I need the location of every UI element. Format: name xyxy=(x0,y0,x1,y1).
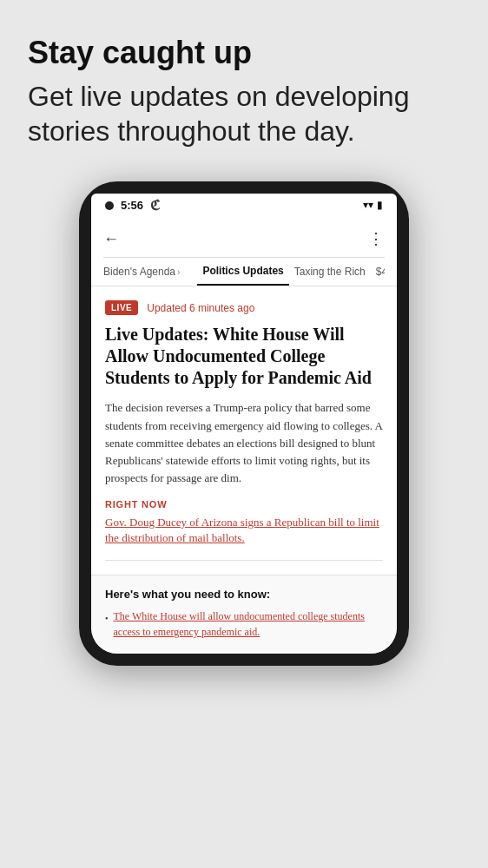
updated-text: Updated 6 minutes ago xyxy=(147,302,254,314)
phone-status-bar: 5:56 ℭ ▾▾ ▮ xyxy=(91,194,397,220)
right-now-label: RIGHT NOW xyxy=(105,499,167,510)
chevron-right-icon: › xyxy=(177,267,180,277)
tab-bidens-agenda[interactable]: Biden's Agenda › xyxy=(103,259,180,285)
article-body: The decision reverses a Trump-era policy… xyxy=(105,399,383,487)
tab-politics-updates-label: Politics Updates xyxy=(202,265,283,277)
phone-wrapper: 5:56 ℭ ▾▾ ▮ ← ⋮ Biden's Agenda › xyxy=(0,181,488,666)
hero-subtitle: Get live updates on developing stories t… xyxy=(28,79,460,148)
live-badge-row: LIVE Updated 6 minutes ago xyxy=(105,300,383,315)
screen-header: ← ⋮ Biden's Agenda › Politics Updates Ta… xyxy=(91,220,397,286)
phone-frame: 5:56 ℭ ▾▾ ▮ ← ⋮ Biden's Agenda › xyxy=(79,181,409,666)
tab-bar: Biden's Agenda › Politics Updates Taxing… xyxy=(103,257,385,286)
tab-politics-updates[interactable]: Politics Updates xyxy=(197,258,288,286)
live-badge: LIVE xyxy=(105,300,138,315)
hero-section: Stay caught up Get live updates on devel… xyxy=(0,0,488,173)
right-now-link[interactable]: Gov. Doug Ducey of Arizona signs a Repub… xyxy=(105,515,383,546)
screen-nav: ← ⋮ xyxy=(103,229,385,257)
status-left: 5:56 ℭ xyxy=(105,197,160,214)
status-right: ▾▾ ▮ xyxy=(363,199,383,212)
more-button[interactable]: ⋮ xyxy=(368,229,385,248)
tab-price: $4 xyxy=(371,259,385,285)
battery-icon: ▮ xyxy=(377,199,383,212)
explainer-box: Here's what you need to know: • The Whit… xyxy=(91,575,397,654)
explainer-bullet: • The White House will allow undocumente… xyxy=(105,609,383,640)
article-headline: Live Updates: White House Will Allow Und… xyxy=(105,324,383,389)
tab-bidens-agenda-label: Biden's Agenda xyxy=(103,266,175,278)
explainer-bullet-text[interactable]: The White House will allow undocumented … xyxy=(114,609,383,640)
phone-screen: ← ⋮ Biden's Agenda › Politics Updates Ta… xyxy=(91,220,397,654)
nyt-logo: ℭ xyxy=(150,197,160,214)
camera-dot xyxy=(105,201,114,210)
back-button[interactable]: ← xyxy=(103,230,119,248)
status-time: 5:56 xyxy=(121,199,143,212)
explainer-title: Here's what you need to know: xyxy=(105,588,383,601)
article-content: LIVE Updated 6 minutes ago Live Updates:… xyxy=(91,286,397,561)
bullet-icon: • xyxy=(105,613,109,626)
hero-title: Stay caught up xyxy=(28,35,460,70)
right-now-row: RIGHT NOW Gov. Doug Ducey of Arizona sig… xyxy=(105,499,383,561)
tab-taxing-rich-label: Taxing the Rich xyxy=(294,266,366,278)
wifi-icon: ▾▾ xyxy=(363,199,373,212)
tab-taxing-rich[interactable]: Taxing the Rich xyxy=(289,259,371,285)
